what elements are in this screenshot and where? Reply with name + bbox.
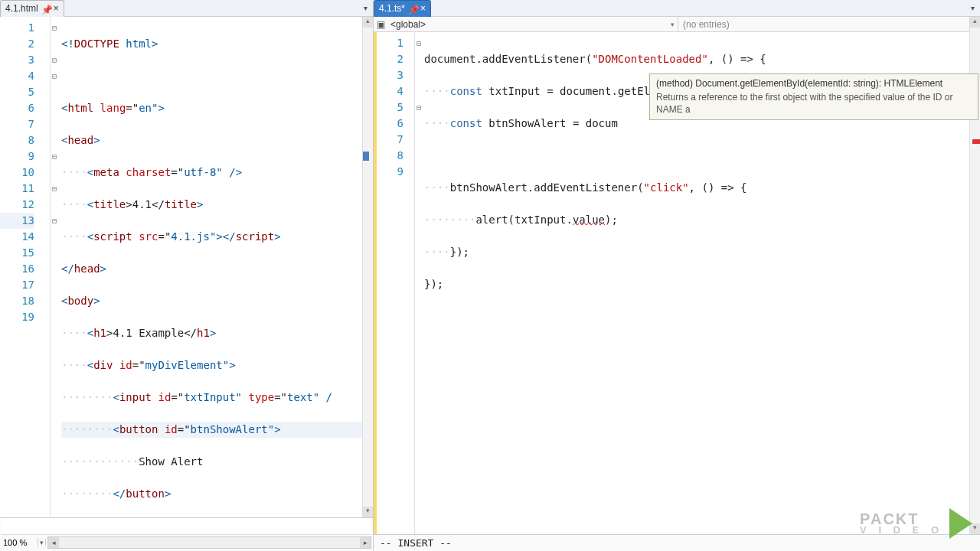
pin-icon[interactable]: 📌 xyxy=(41,5,49,12)
search-slot[interactable] xyxy=(2,518,371,535)
error-marker[interactable] xyxy=(972,139,980,144)
play-icon xyxy=(949,508,972,539)
member-selector[interactable]: (no entries) xyxy=(678,19,980,30)
close-icon[interactable]: × xyxy=(54,4,59,13)
zoom-level[interactable]: 100 % xyxy=(0,538,38,547)
right-tabbar: 4.1.ts* 📌 × ▾ xyxy=(374,0,980,17)
tab-label: 4.1.html xyxy=(5,3,38,14)
scroll-right-icon[interactable]: ▸ xyxy=(360,537,371,548)
tooltip-signature: (method) Document.getElementById(element… xyxy=(656,77,972,90)
vim-mode: -- INSERT -- xyxy=(380,537,452,549)
scroll-down-icon[interactable]: ▾ xyxy=(363,507,373,517)
left-editor-pane: 4.1.html 📌 × ▾ 1 2 3 4 5 6 7 8 9 10 11 1… xyxy=(0,0,374,551)
packt-watermark: PACKT V I D E O xyxy=(860,508,972,539)
left-editor[interactable]: 1 2 3 4 5 6 7 8 9 10 11 12 13 14 15 16 1… xyxy=(0,17,373,517)
scope-icon[interactable]: ▣ xyxy=(374,19,387,30)
tab-overflow-dropdown[interactable]: ▾ xyxy=(361,4,370,13)
scope-selector[interactable]: <global> xyxy=(387,19,667,30)
tab-overflow-dropdown[interactable]: ▾ xyxy=(968,4,977,13)
tab-4-1-html[interactable]: 4.1.html 📌 × xyxy=(0,0,64,17)
tab-label: 4.1.ts* xyxy=(379,3,405,14)
scroll-up-icon[interactable]: ▴ xyxy=(970,17,980,28)
chevron-down-icon[interactable]: ▾ xyxy=(667,21,678,28)
zoom-dropdown-icon[interactable]: ▾ xyxy=(38,539,46,546)
left-scrollbar[interactable]: ▴ ▾ xyxy=(362,17,373,517)
caret-indicator xyxy=(363,152,369,161)
nav-bar: ▣ <global> ▾ (no entries) xyxy=(374,17,980,32)
scroll-up-icon[interactable]: ▴ xyxy=(363,17,373,28)
pin-icon[interactable]: 📌 xyxy=(408,5,416,12)
close-icon[interactable]: × xyxy=(420,4,426,13)
left-gutter: 1 2 3 4 5 6 7 8 9 10 11 12 13 14 15 16 1… xyxy=(0,17,51,517)
error-squiggle: value xyxy=(573,214,605,226)
intellisense-tooltip: (method) Document.getElementById(element… xyxy=(649,73,978,120)
horizontal-scrollbar[interactable]: ◂ ▸ xyxy=(47,536,371,549)
left-statusbar: 100 % ▾ ◂ ▸ xyxy=(0,517,373,551)
left-tabbar: 4.1.html 📌 × ▾ xyxy=(0,0,373,17)
tab-4-1-ts[interactable]: 4.1.ts* 📌 × xyxy=(374,0,431,17)
scroll-left-icon[interactable]: ◂ xyxy=(48,537,59,548)
left-code[interactable]: <!DOCTYPE html> <html lang="en"> <head> … xyxy=(51,17,373,517)
tooltip-description: Returns a reference to the first object … xyxy=(656,91,972,116)
right-gutter: 1 2 3 4 5 6 7 8 9 xyxy=(374,32,415,534)
